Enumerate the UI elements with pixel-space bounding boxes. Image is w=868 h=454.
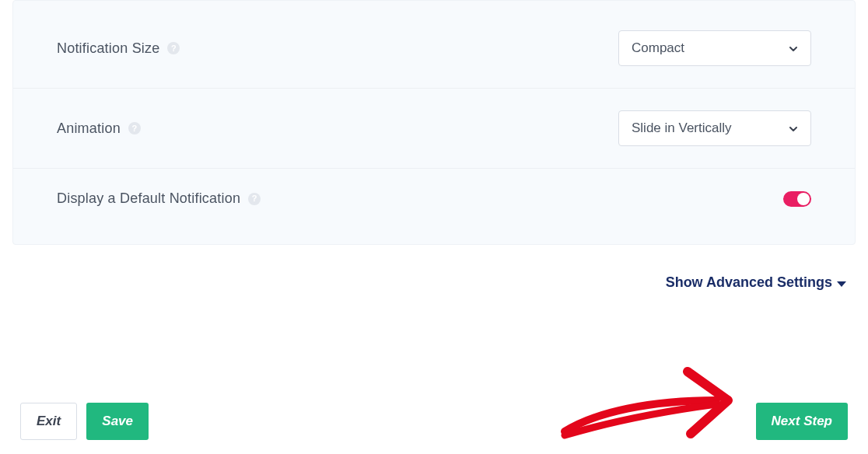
animation-select[interactable]: Slide in Vertically <box>618 110 811 146</box>
save-button[interactable]: Save <box>86 403 149 440</box>
advanced-settings-label: Show Advanced Settings <box>666 274 832 291</box>
help-icon[interactable]: ? <box>128 122 141 134</box>
default-notification-toggle[interactable] <box>783 191 811 207</box>
help-icon[interactable]: ? <box>248 193 261 205</box>
show-advanced-settings-link[interactable]: Show Advanced Settings <box>0 245 868 291</box>
notification-size-label-wrap: Notification Size ? <box>57 40 180 57</box>
animation-label-wrap: Animation ? <box>57 120 141 137</box>
default-notification-label: Display a Default Notification <box>57 190 240 207</box>
caret-down-icon <box>837 281 846 287</box>
settings-panel: Notification Size ? Compact Animation ? … <box>12 0 856 245</box>
animation-label: Animation <box>57 120 121 137</box>
animation-value: Slide in Vertically <box>632 120 732 136</box>
next-step-button[interactable]: Next Step <box>756 403 848 440</box>
notification-size-select[interactable]: Compact <box>618 30 811 66</box>
animation-row: Animation ? Slide in Vertically <box>13 89 855 169</box>
footer-left: Exit Save <box>20 403 149 440</box>
notification-size-value: Compact <box>632 40 684 56</box>
footer: Exit Save Next Step <box>0 403 868 440</box>
help-icon[interactable]: ? <box>167 42 180 54</box>
notification-size-label: Notification Size <box>57 40 159 57</box>
chevron-down-icon <box>787 123 798 134</box>
notification-size-row: Notification Size ? Compact <box>13 9 855 89</box>
default-notification-row: Display a Default Notification ? <box>13 169 855 229</box>
chevron-down-icon <box>787 43 798 54</box>
default-notification-label-wrap: Display a Default Notification ? <box>57 190 261 207</box>
exit-button[interactable]: Exit <box>20 403 77 440</box>
